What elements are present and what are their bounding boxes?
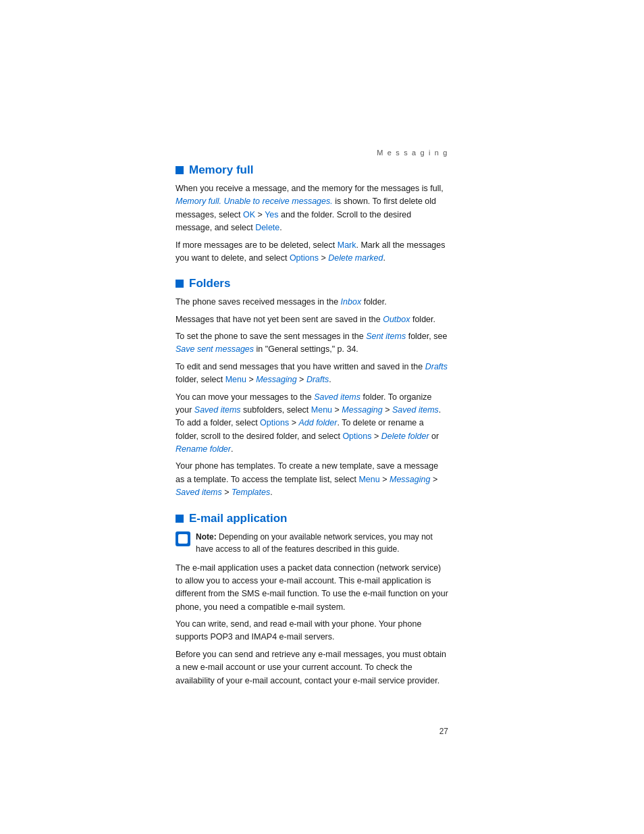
save-sent-messages-link: Save sent messages <box>176 344 254 354</box>
templates-link: Templates <box>232 488 270 497</box>
saved-items-link-4: Saved items <box>176 488 222 497</box>
blue-square-icon-2 <box>176 280 184 288</box>
section-body-memory-full: When you receive a message, and the memo… <box>176 182 448 265</box>
messaging-link-2: Messaging <box>342 405 382 415</box>
memory-full-para-2: If more messages are to be deleted, sele… <box>176 239 448 265</box>
section-heading-memory-full: Memory full <box>189 163 253 177</box>
delete-link: Delete <box>255 223 279 232</box>
folders-para-6: Your phone has templates. To create a ne… <box>176 460 448 499</box>
menu-link-2: Menu <box>311 405 332 415</box>
saved-items-link-3: Saved items <box>392 405 439 415</box>
section-title-email: E-mail application <box>176 512 448 525</box>
ok-link: OK <box>243 210 255 219</box>
drafts-link-2: Drafts <box>306 375 329 384</box>
folders-para-3: To set the phone to save the sent messag… <box>176 330 448 357</box>
folders-para-2: Messages that have not yet been sent are… <box>176 313 448 326</box>
add-folder-link: Add folder <box>298 418 337 427</box>
sent-items-link: Sent items <box>366 332 406 341</box>
note-label: Note: <box>196 532 217 542</box>
delete-folder-link: Delete folder <box>381 432 429 441</box>
saved-items-link: Saved items <box>314 392 360 402</box>
messaging-link-3: Messaging <box>390 475 430 484</box>
email-para-1: The e-mail application uses a packet dat… <box>176 562 448 615</box>
note-icon <box>176 531 190 546</box>
folders-para-1: The phone saves received messages in the… <box>176 296 448 309</box>
yes-link: Yes <box>265 210 278 219</box>
section-folders: Folders The phone saves received message… <box>176 277 448 499</box>
mark-link: Mark <box>338 240 356 250</box>
email-para-3: Before you can send and retrieve any e-m… <box>176 648 448 687</box>
inbox-link: Inbox <box>341 297 362 307</box>
options-link-1: Options <box>290 253 319 263</box>
main-content: Memory full When you receive a message, … <box>0 163 644 687</box>
section-heading-folders: Folders <box>189 277 230 290</box>
messaging-link-1: Messaging <box>256 375 296 384</box>
section-title-folders: Folders <box>176 277 448 290</box>
note-icon-inner <box>178 534 188 544</box>
folders-para-5: You can move your messages to the Saved … <box>176 391 448 457</box>
drafts-link: Drafts <box>425 362 448 371</box>
section-heading-email: E-mail application <box>189 512 287 525</box>
menu-link-1: Menu <box>225 375 246 384</box>
memory-full-link-italic: Memory full. Unable to receive messages. <box>176 197 333 206</box>
options-link-3: Options <box>342 432 371 441</box>
email-para-2: You can write, send, and read e-mail wit… <box>176 618 448 644</box>
page-number: 27 <box>0 700 644 736</box>
section-memory-full: Memory full When you receive a message, … <box>176 163 448 265</box>
section-email-application: E-mail application Note: Depending on yo… <box>176 512 448 687</box>
blue-square-icon <box>176 166 184 174</box>
page: M e s s a g i n g Memory full When you r… <box>0 0 644 834</box>
options-link-2: Options <box>260 418 289 427</box>
blue-square-icon-3 <box>176 515 184 523</box>
page-header: M e s s a g i n g <box>0 0 644 163</box>
section-label: M e s s a g i n g <box>377 149 448 157</box>
outbox-link: Outbox <box>383 315 410 324</box>
note-box: Note: Depending on your available networ… <box>176 531 448 555</box>
rename-folder-link: Rename folder <box>176 444 231 454</box>
saved-items-link-2: Saved items <box>194 405 241 415</box>
delete-marked-link: Delete marked <box>328 253 383 263</box>
section-body-email: Note: Depending on your available networ… <box>176 531 448 687</box>
note-text: Note: Depending on your available networ… <box>196 531 448 555</box>
menu-link-3: Menu <box>358 475 379 484</box>
folders-para-4: To edit and send messages that you have … <box>176 361 448 387</box>
section-body-folders: The phone saves received messages in the… <box>176 296 448 499</box>
memory-full-para-1: When you receive a message, and the memo… <box>176 182 448 235</box>
section-title-memory-full: Memory full <box>176 163 448 177</box>
